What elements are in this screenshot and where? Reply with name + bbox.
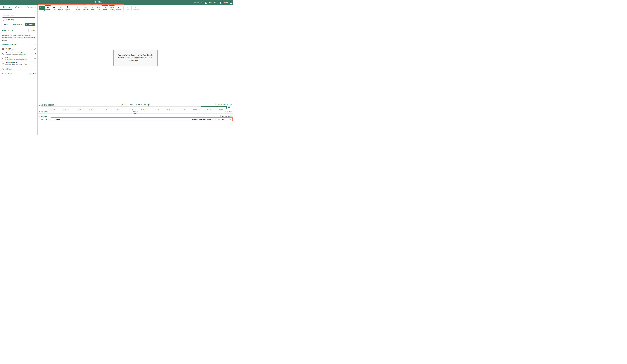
asset-tree-name: Example: [5, 73, 12, 74]
column-header-count[interactable]: Count ▲▼: [214, 119, 220, 120]
filter-and-sort-link[interactable]: Filter and Sort: [13, 23, 23, 25]
sort-icon[interactable]: ▲▼: [197, 119, 198, 120]
create-asset-group-button[interactable]: Create: [28, 29, 36, 32]
pin-icon[interactable]: [34, 57, 36, 59]
asset-tree-item[interactable]: Example ⇄ ›: [0, 71, 38, 76]
column-header-good[interactable]: Good ▲▼: [207, 119, 213, 120]
select-all-checkbox[interactable]: [48, 119, 50, 120]
undo-icon[interactable]: ↶: [194, 2, 196, 4]
forward-history-icon[interactable]: ↠: [201, 2, 203, 4]
column-header-name[interactable]: ▲▼ Name ▲▼: [54, 119, 62, 120]
step-forward-icon[interactable]: ▶: [136, 104, 137, 105]
step-size-label[interactable]: 1 day: [129, 104, 133, 106]
cube-icon: [2, 72, 4, 75]
display-range-start-icon: ↓: [39, 104, 40, 106]
redo-icon[interactable]: ↷: [197, 2, 199, 4]
tab-journal[interactable]: Journal: [25, 5, 38, 10]
info-icon[interactable]: [27, 73, 29, 74]
compare-icon: [67, 6, 69, 9]
investigate-range-end[interactable]: 1/31/2024: [225, 111, 232, 112]
book-icon: [27, 6, 29, 8]
tab-data[interactable]: Data: [0, 5, 12, 10]
user-menu[interactable]: Sophie: [220, 2, 228, 4]
toolbar-dimming-button[interactable]: Dimming: [115, 5, 122, 11]
refresh-icon[interactable]: ⟳: [144, 104, 146, 106]
share-button[interactable]: Share: [204, 2, 212, 4]
rocket-icon[interactable]: [41, 118, 43, 121]
investigate-range-scrubber[interactable]: [41, 106, 226, 108]
list-item[interactable]: Weekly 1 Seeq Calculations: [0, 46, 38, 51]
investigate-range-start-icon: ↑: [39, 111, 40, 113]
timezone-label[interactable]: +04: [229, 104, 232, 106]
timezone-label[interactable]: +04: [54, 104, 57, 106]
breadcrumb[interactable]: My Folder: [95, 1, 102, 3]
hamburger-menu-icon[interactable]: [230, 2, 232, 3]
step-forward-much-icon[interactable]: ▶▶: [138, 104, 140, 105]
column-header-asset[interactable]: Asset ▲▼: [192, 119, 198, 120]
axis-tick: 12:00 pm: [141, 108, 147, 111]
reset-zoom-icon: [92, 6, 94, 9]
pin-icon[interactable]: [34, 48, 36, 50]
panel-splitter[interactable]: [38, 113, 233, 114]
splitter-handle-icon: [134, 113, 136, 114]
asset-groups-title: Asset Groups: [2, 29, 13, 32]
item-name: Weekly 1: [5, 47, 16, 49]
exact-match-checkbox[interactable]: [2, 19, 4, 21]
toolbar-zoom-button[interactable]: Zoom: [125, 5, 130, 11]
sort-icon[interactable]: ▲▼: [61, 119, 61, 120]
step-back-icon[interactable]: ◀: [124, 104, 125, 105]
pin-icon[interactable]: [34, 53, 36, 55]
display-toolbar: ▼ Calendar Chain: [38, 5, 233, 11]
display-range-start[interactable]: 1/30/2024 3:20 PM: [41, 104, 54, 106]
calendar-step-icon[interactable]: [147, 104, 150, 106]
step-to-end-icon[interactable]: ▶: [141, 104, 143, 105]
toolbar-capsule-button[interactable]: Capsule: [57, 5, 63, 11]
investigate-range-start[interactable]: 1/24/2024: [41, 111, 48, 113]
axis-tick: Jan 28: [129, 108, 133, 111]
list-item[interactable]: Optimizer Example » Cooling Tower 1 » Ar…: [0, 56, 38, 61]
ai-assistant-icon[interactable]: [214, 1, 216, 4]
toolbar-one-lane-button[interactable]: One Lane: [74, 5, 81, 11]
reset-button[interactable]: Reset: [2, 23, 10, 26]
view-selector-button[interactable]: ▼: [39, 6, 44, 10]
details-panel: Details ⚙⚙ Customize × ▲▼ Name: [38, 114, 233, 135]
swap-asset-icon[interactable]: ⇄: [30, 73, 32, 74]
list-item[interactable]: Temperature (°F) Example » Cooling Tower…: [0, 61, 38, 66]
axis-tick: 12:00 pm: [115, 108, 121, 111]
chevron-right-icon[interactable]: ›: [35, 43, 36, 46]
sort-icon[interactable]: ▲▼: [212, 119, 212, 120]
trend-display-area[interactable]: Add data to this display via the Data ta…: [38, 11, 233, 103]
sort-icon[interactable]: ▲▼: [54, 119, 55, 120]
toolbar-calendar-button[interactable]: Calendar: [45, 5, 51, 11]
investigate-range-duration[interactable]: 7 days: [133, 111, 138, 112]
search-input[interactable]: [2, 14, 35, 18]
pin-icon[interactable]: [32, 73, 34, 74]
dimming-icon: [118, 6, 120, 9]
customize-button[interactable]: ⚙⚙ Customize: [220, 115, 233, 118]
sort-icon[interactable]: ▲▼: [219, 119, 220, 120]
sort-icon[interactable]: ▲▼: [225, 119, 226, 120]
column-header-last[interactable]: Last ▲▼: [221, 119, 226, 120]
toolbar-gridlines-button[interactable]: Gridlines: [102, 5, 108, 11]
column-header-stddev[interactable]: StdDev ▲▼: [199, 119, 206, 120]
pin-icon[interactable]: [34, 62, 36, 64]
toolbar-annotate-button[interactable]: Annotate: [133, 5, 140, 11]
tab-tools[interactable]: Tools: [12, 5, 25, 10]
remove-all-icon[interactable]: ×: [46, 118, 47, 121]
step-back-much-icon[interactable]: ◀◀: [121, 104, 123, 105]
toolbar-capsule-time-button[interactable]: ▼ Auto: 2: [109, 5, 115, 11]
toolbar-reset-button[interactable]: Reset: [90, 5, 95, 11]
topbar-actions: ↶ ↷ ↠ Share Sophie: [194, 0, 232, 5]
search-button[interactable]: Search: [25, 23, 35, 26]
sort-icon[interactable]: ▲▼: [205, 119, 206, 120]
display-range-end[interactable]: 1/31/2024 3:20 PM: [215, 104, 228, 106]
toolbar-labels-button[interactable]: ▼ Labels: [96, 5, 101, 11]
toolbar-compare-button[interactable]: Compare: [64, 5, 71, 11]
chevron-right-icon[interactable]: ›: [35, 73, 36, 75]
list-item[interactable]: Compressor Power (kW) Example » Cooling …: [0, 51, 38, 56]
database-icon: [3, 6, 5, 8]
toolbar-one-y-axis-button[interactable]: One Y-Axis: [82, 5, 90, 11]
display-range-selection[interactable]: [201, 106, 227, 108]
add-column-icon[interactable]: [229, 118, 232, 121]
toolbar-chain-button[interactable]: Chain: [52, 5, 57, 11]
